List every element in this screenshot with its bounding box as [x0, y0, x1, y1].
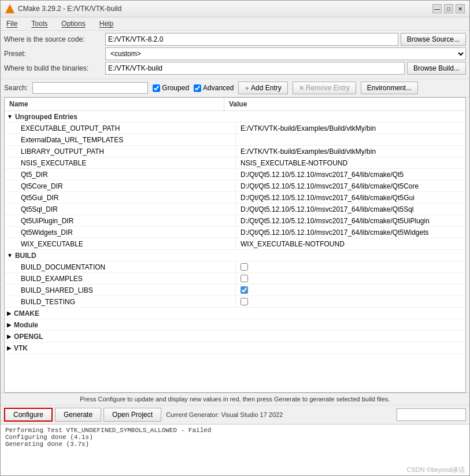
- build-examples-checkbox[interactable]: [240, 275, 248, 282]
- table-row[interactable]: NSIS_EXECUTABLE NSIS_EXECUTABLE-NOTFOUND: [5, 157, 465, 169]
- cell-value[interactable]: [236, 296, 465, 307]
- cell-value: D:/Qt/Qt5.12.10/5.12.10/msvc2017_64/lib/…: [236, 204, 465, 215]
- menu-file[interactable]: File: [3, 19, 21, 29]
- environment-label: Environment...: [367, 84, 412, 92]
- cell-value: E:/VTK/VTK-build/Examples/Build/vtkMy/bi…: [236, 123, 465, 134]
- cell-name: Qt5Core_DIR: [16, 180, 236, 191]
- cell-name: Qt5UiPlugin_DIR: [16, 215, 236, 226]
- arrow-vtk: ▶: [7, 345, 12, 351]
- plus-icon: +: [245, 84, 249, 93]
- advanced-checkbox-item: Advanced: [194, 84, 234, 92]
- table-row[interactable]: Qt5Core_DIR D:/Qt/Qt5.12.10/5.12.10/msvc…: [5, 180, 465, 192]
- table-row[interactable]: Qt5Widgets_DIR D:/Qt/Qt5.12.10/5.12.10/m…: [5, 227, 465, 238]
- cell-name: NSIS_EXECUTABLE: [16, 157, 236, 168]
- table-row[interactable]: ExternalData_URL_TEMPLATES: [5, 134, 465, 146]
- menu-tools[interactable]: Tools: [28, 19, 51, 29]
- action-bar: Configure Generate Open Project Current …: [1, 405, 469, 424]
- source-input[interactable]: [105, 33, 398, 46]
- group-module-label: Module: [14, 321, 38, 329]
- cell-name: Qt5Widgets_DIR: [16, 227, 236, 238]
- col-name-header: Name: [5, 98, 224, 110]
- menu-options[interactable]: Options: [58, 19, 88, 29]
- binaries-input[interactable]: [105, 62, 405, 75]
- search-bar: Search: Grouped Advanced + Add Entry ✕ R…: [1, 79, 469, 97]
- cell-name: BUILD_TESTING: [16, 296, 236, 307]
- build-shared-libs-checkbox[interactable]: [240, 286, 248, 294]
- group-build[interactable]: ▼ BUILD: [5, 250, 465, 261]
- arrow-cmake: ▶: [7, 310, 12, 316]
- empty-space: [5, 354, 465, 393]
- col-value-header: Value: [224, 98, 465, 110]
- window-title: CMake 3.29.2 - E:/VTK/VTK-build: [18, 5, 121, 13]
- group-cmake-label: CMAKE: [14, 309, 39, 318]
- search-input[interactable]: [32, 82, 148, 94]
- build-testing-checkbox[interactable]: [240, 298, 248, 305]
- title-bar-left: CMake 3.29.2 - E:/VTK/VTK-build: [5, 4, 121, 13]
- table-row[interactable]: Qt5Gui_DIR D:/Qt/Qt5.12.10/5.12.10/msvc2…: [5, 192, 465, 204]
- table-row[interactable]: BUILD_EXAMPLES: [5, 273, 465, 285]
- generator-input[interactable]: [397, 408, 466, 421]
- watermark: CSDN ©beyond谈话: [1, 464, 469, 475]
- cell-value: WIX_EXECUTABLE-NOTFOUND: [236, 238, 465, 249]
- cell-value[interactable]: [236, 285, 465, 296]
- configure-button[interactable]: Configure: [4, 408, 53, 422]
- minimize-button[interactable]: —: [432, 4, 442, 13]
- generate-button[interactable]: Generate: [55, 408, 101, 422]
- menu-bar: File Tools Options Help: [1, 17, 469, 31]
- preset-label: Preset:: [4, 50, 105, 58]
- status-text: Press Configure to update and display ne…: [80, 396, 390, 403]
- environment-button[interactable]: Environment...: [361, 82, 418, 94]
- group-ungrouped-label: Ungrouped Entries: [15, 113, 77, 121]
- build-documentation-checkbox[interactable]: [240, 263, 248, 271]
- title-controls: — □ ✕: [432, 4, 465, 13]
- grouped-label: Grouped: [162, 84, 189, 92]
- arrow-opengl: ▶: [7, 333, 12, 340]
- table-row[interactable]: BUILD_SHARED_LIBS: [5, 285, 465, 296]
- preset-row: Preset: <custom>: [4, 47, 466, 60]
- table-row[interactable]: WIX_EXECUTABLE WIX_EXECUTABLE-NOTFOUND: [5, 238, 465, 250]
- browse-build-button[interactable]: Browse Build...: [407, 62, 466, 75]
- cell-name: LIBRARY_OUTPUT_PATH: [16, 146, 236, 157]
- group-cmake[interactable]: ▶ CMAKE: [5, 308, 465, 319]
- source-label: Where is the source code:: [4, 35, 105, 43]
- open-project-button[interactable]: Open Project: [103, 408, 161, 422]
- table-row[interactable]: EXECUTABLE_OUTPUT_PATH E:/VTK/VTK-build/…: [5, 123, 465, 134]
- cell-value[interactable]: [236, 273, 465, 284]
- cell-value: [236, 134, 465, 145]
- maximize-button[interactable]: □: [444, 4, 453, 13]
- remove-entry-button[interactable]: ✕ Remove Entry: [293, 82, 356, 94]
- group-opengl-label: OPENGL: [14, 333, 43, 341]
- grouped-checkbox[interactable]: [153, 84, 160, 92]
- close-button[interactable]: ✕: [456, 4, 465, 13]
- menu-help[interactable]: Help: [96, 19, 117, 29]
- cmake-icon: [5, 4, 14, 13]
- table-row[interactable]: Qt5UiPlugin_DIR D:/Qt/Qt5.12.10/5.12.10/…: [5, 215, 465, 227]
- table-header: Name Value: [5, 98, 465, 111]
- cell-value: E:/VTK/VTK-build/Examples/Build/vtkMy/bi…: [236, 146, 465, 157]
- group-ungrouped[interactable]: ▼ Ungrouped Entries: [5, 111, 465, 123]
- cell-name: WIX_EXECUTABLE: [16, 238, 236, 249]
- table-row[interactable]: Qt5_DIR D:/Qt/Qt5.12.10/5.12.10/msvc2017…: [5, 169, 465, 180]
- main-window: CMake 3.29.2 - E:/VTK/VTK-build — □ ✕ Fi…: [0, 0, 470, 476]
- table-row[interactable]: Qt5Sql_DIR D:/Qt/Qt5.12.10/5.12.10/msvc2…: [5, 204, 465, 215]
- table-area: Name Value ▼ Ungrouped Entries EXECUTABL…: [4, 97, 466, 393]
- source-row: Where is the source code: Browse Source.…: [4, 33, 466, 46]
- table-row[interactable]: BUILD_DOCUMENTATION: [5, 261, 465, 273]
- preset-select[interactable]: <custom>: [105, 47, 466, 60]
- remove-entry-label: Remove Entry: [306, 84, 350, 92]
- group-opengl[interactable]: ▶ OPENGL: [5, 331, 465, 342]
- add-entry-button[interactable]: + Add Entry: [238, 82, 287, 94]
- browse-source-button[interactable]: Browse Source...: [401, 33, 466, 46]
- table-row[interactable]: BUILD_TESTING: [5, 296, 465, 308]
- group-module[interactable]: ▶ Module: [5, 319, 465, 331]
- group-vtk-label: VTK: [14, 344, 28, 352]
- cell-value[interactable]: [236, 261, 465, 272]
- group-vtk[interactable]: ▶ VTK: [5, 342, 465, 354]
- binaries-row: Where to build the binaries: Browse Buil…: [4, 62, 466, 75]
- advanced-label: Advanced: [203, 84, 234, 92]
- table-row[interactable]: LIBRARY_OUTPUT_PATH E:/VTK/VTK-build/Exa…: [5, 146, 465, 157]
- generator-text: Current Generator: Visual Studio 17 2022: [166, 411, 283, 418]
- advanced-checkbox[interactable]: [194, 84, 201, 92]
- cell-name: ExternalData_URL_TEMPLATES: [16, 134, 236, 145]
- cell-name: EXECUTABLE_OUTPUT_PATH: [16, 123, 236, 134]
